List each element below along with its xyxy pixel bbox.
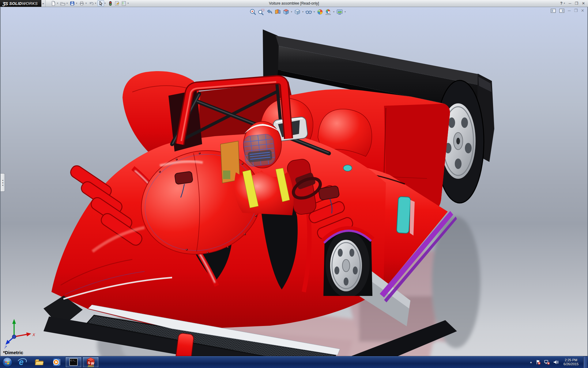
open-dropdown-caret[interactable]: ▾ <box>66 2 68 5</box>
display-style-caret[interactable]: ▾ <box>302 11 303 13</box>
taskbar-item-internet-explorer[interactable]: e <box>14 356 30 368</box>
doc-minimize-button[interactable]: ─ <box>568 8 571 13</box>
zoom-to-fit-button[interactable] <box>249 8 257 16</box>
taskbar-item-windows-explorer[interactable] <box>31 356 47 368</box>
system-tray: ▲ 2:25 PM 6/26/2015 <box>530 356 588 368</box>
glasses-icon <box>305 9 312 15</box>
print-button[interactable] <box>78 0 85 6</box>
view-orientation-caret[interactable]: ▾ <box>291 11 292 13</box>
window-controls: ? ▾ ─ ❐ ✕ <box>560 0 588 7</box>
triad-z-label: Z <box>4 345 7 348</box>
svg-text:2015: 2015 <box>87 365 94 367</box>
monitor-icon <box>336 9 343 15</box>
left-mirror <box>175 171 193 184</box>
apply-scene-button[interactable] <box>324 8 332 16</box>
action-center-flag-icon[interactable] <box>535 359 541 365</box>
door-window-teal <box>397 197 411 233</box>
triad-x-label: X <box>32 332 36 337</box>
visor <box>243 133 276 167</box>
show-desktop-button[interactable] <box>583 356 587 368</box>
view-orientation-button[interactable] <box>282 8 290 16</box>
close-button[interactable]: ✕ <box>582 0 585 7</box>
save-button[interactable] <box>69 0 76 6</box>
orientation-triad: X Z <box>4 318 37 348</box>
help-dropdown-caret[interactable]: ▾ <box>564 0 565 7</box>
feature-manager-flyout-tab[interactable]: ◂ ◂ ◂ <box>1 173 5 192</box>
section-view-button[interactable] <box>273 8 282 16</box>
undo-dropdown-caret[interactable]: ▾ <box>95 2 96 5</box>
svg-text:S: S <box>88 361 90 365</box>
help-button[interactable]: ? <box>560 0 562 7</box>
select-button[interactable] <box>97 0 104 6</box>
rebuild-button[interactable] <box>107 0 114 6</box>
internet-explorer-icon: e <box>17 357 27 367</box>
doc-close-button[interactable]: ✕ <box>581 8 584 13</box>
front-right-wheel[interactable] <box>322 228 373 297</box>
traffic-light-icon <box>107 1 113 6</box>
new-document-button[interactable] <box>50 0 57 6</box>
doc-restore-button[interactable]: ❐ <box>574 8 578 13</box>
print-dropdown-caret[interactable]: ▾ <box>85 2 87 5</box>
tray-time: 2:25 PM <box>564 358 579 362</box>
select-cursor-icon <box>98 1 104 6</box>
edit-appearance-button[interactable] <box>316 8 324 16</box>
solidworks-window: ƷS SOLIDWORKS ▸ ▾ ▾ ▾ ▾ ▾ ▾ <box>0 0 588 368</box>
solidworks-logo-mark: ƷS <box>2 1 8 6</box>
appearance-ball-icon <box>317 9 323 15</box>
view-orientation-label: *Dimetric <box>3 350 23 355</box>
start-button[interactable] <box>1 356 13 368</box>
hide-show-items-button[interactable] <box>304 8 313 16</box>
select-dropdown-caret[interactable]: ▾ <box>104 2 106 5</box>
3d-model-race-car[interactable] <box>43 29 494 356</box>
zoom-to-area-icon <box>258 9 265 15</box>
save-dropdown-caret[interactable]: ▾ <box>76 2 77 5</box>
show-hidden-icons-button[interactable]: ▲ <box>530 361 532 364</box>
zoom-to-area-button[interactable] <box>257 8 265 16</box>
options-dropdown-caret[interactable]: ▾ <box>127 2 129 5</box>
print-icon <box>79 1 85 6</box>
hide-show-caret[interactable]: ▾ <box>314 11 315 13</box>
file-properties-button[interactable] <box>114 0 120 6</box>
tray-clock[interactable]: 2:25 PM 6/26/2015 <box>562 358 580 366</box>
display-style-icon <box>294 9 301 15</box>
open-document-button[interactable] <box>59 0 66 6</box>
apply-scene-caret[interactable]: ▾ <box>333 11 334 13</box>
undo-icon <box>89 1 94 6</box>
view-orientation-icon <box>283 9 289 15</box>
panel-arrow-icon: ◂ <box>2 182 3 184</box>
restore-button[interactable]: ❐ <box>575 0 578 7</box>
display-style-button[interactable] <box>293 8 301 16</box>
expand-pane-icon[interactable] <box>559 9 564 13</box>
taskbar-item-solidworks[interactable]: S W 2015 <box>82 357 99 368</box>
new-dropdown-caret[interactable]: ▾ <box>57 2 58 5</box>
solidworks-logo: ƷS SOLIDWORKS <box>0 0 41 7</box>
view-settings-button[interactable] <box>335 8 344 16</box>
collapse-pane-icon[interactable] <box>551 9 556 13</box>
solidworks-logo-text: SOLIDWORKS <box>9 1 38 6</box>
heads-up-view-toolbar: ▾ ▾ ▾ ▾ ▾ <box>249 8 347 16</box>
windows-start-icon <box>2 357 13 368</box>
folder-icon <box>34 357 44 367</box>
previous-view-icon <box>266 9 273 15</box>
panel-arrow-icon: ◂ <box>2 184 3 186</box>
taskbar-item-command-prompt[interactable]: C:\_ <box>65 357 82 368</box>
main-toolbar: ▾ ▾ ▾ ▾ ▾ ▾ ▾ <box>50 0 130 6</box>
save-floppy-icon <box>70 1 75 6</box>
minimize-button[interactable]: ─ <box>569 0 571 7</box>
network-status-icon[interactable] <box>544 359 550 365</box>
graphics-area[interactable]: ▾ ▾ ▾ ▾ ▾ ─ ❐ ✕ ◂ <box>0 7 588 356</box>
apply-scene-icon <box>325 9 332 15</box>
undo-button[interactable] <box>88 0 95 6</box>
file-properties-icon <box>114 1 120 6</box>
menu-expand-tab[interactable]: ▸ <box>41 0 46 7</box>
svg-text:C:\_: C:\_ <box>70 359 76 362</box>
section-view-icon <box>274 9 281 15</box>
view-settings-caret[interactable]: ▾ <box>345 11 346 13</box>
previous-view-button[interactable] <box>265 8 273 16</box>
options-button[interactable] <box>120 0 127 6</box>
taskbar-item-media-player[interactable] <box>48 356 65 368</box>
media-player-icon <box>51 357 62 367</box>
volume-icon[interactable] <box>553 359 559 365</box>
titlebar: ƷS SOLIDWORKS ▸ ▾ ▾ ▾ ▾ ▾ ▾ <box>0 0 588 7</box>
open-folder-icon <box>60 1 66 6</box>
